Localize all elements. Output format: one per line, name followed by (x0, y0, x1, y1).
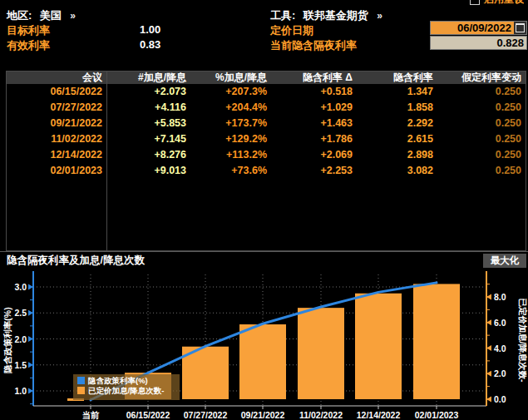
maximize-button[interactable]: 最大化 (483, 254, 526, 268)
table-header-row: 会议#加息/降息%加息/降息隐含利率 Δ隐含利率假定利率变动 (7, 72, 526, 84)
target-rate-value: 1.00 (140, 23, 160, 36)
value-cell: +2.073 (106, 84, 190, 100)
pricing-date-input[interactable]: 06/09/2022 (430, 21, 527, 35)
x-tick-label: 12/14/2022 (357, 410, 401, 420)
value-cell: +9.013 (106, 163, 190, 179)
value-cell: 2.292 (357, 116, 437, 131)
x-tick-label: 02/01/2023 (415, 410, 459, 420)
table-row: 11/02/2022+7.145+129.2%+1.7862.6150.250 (7, 131, 526, 147)
table-row: 09/21/2022+5.853+173.7%+1.4632.2920.250 (7, 116, 526, 131)
table-row: 07/27/2022+4.116+204.4%+1.0291.8580.250 (7, 100, 526, 116)
meeting-date-cell[interactable]: 06/15/2022 (7, 84, 106, 100)
region-label: 地区: (7, 9, 32, 22)
value-cell: 1.347 (357, 84, 437, 100)
wirp-screen: { "colors": { "accent_orange": "#ff9f2a"… (0, 0, 528, 420)
implied-on-label: 当前隐含隔夜利率 (270, 38, 357, 53)
right-tick-label: 6.0 (494, 318, 506, 328)
effective-rate-value: 0.83 (140, 38, 160, 51)
meeting-date-cell[interactable]: 02/01/2023 (7, 163, 106, 179)
meeting-date-cell[interactable]: 12/14/2022 (7, 147, 106, 163)
left-tick-label: 3.0 (14, 282, 27, 292)
reset-control-clipped[interactable]: 启用重设 (470, 0, 524, 7)
assumed-move-cell[interactable]: 0.250 (437, 116, 526, 131)
assumed-move-cell[interactable]: 0.250 (437, 84, 526, 100)
value-cell: +204.4% (190, 100, 271, 116)
value-cell: +173.7% (190, 116, 271, 131)
chart-title: 隐含隔夜利率及加息/降息次数 (7, 254, 145, 268)
hike-count-bar (355, 294, 402, 399)
section-divider (0, 251, 528, 252)
x-tick-label: 09/21/2022 (241, 410, 285, 420)
value-cell: +2.253 (271, 163, 357, 179)
value-cell: +7.145 (106, 131, 190, 147)
table-header-1: #加息/降息 (106, 72, 190, 84)
calendar-icon[interactable] (514, 22, 526, 34)
value-cell: +0.518 (271, 84, 357, 100)
implied-on-value: 0.828 (430, 36, 527, 50)
value-cell: +4.116 (106, 100, 190, 116)
table-header-5: 假定利率变动 (437, 72, 526, 84)
assumed-move-cell[interactable]: 0.250 (437, 100, 526, 116)
reset-label: 启用重设 (484, 0, 524, 7)
table-row: 12/14/2022+8.276+113.2%+2.0692.8980.250 (7, 147, 526, 163)
table-column-divider (106, 71, 107, 251)
region-row: 地区: 美国 » (7, 7, 76, 23)
tool-row: 工具: 联邦基金期货 » (270, 7, 382, 23)
value-cell: +1.029 (271, 100, 357, 116)
x-tick-label: 07/27/2022 (184, 410, 228, 420)
table-row: 02/01/2023+9.013+73.6%+2.2533.0820.250 (7, 163, 526, 179)
region-value[interactable]: 美国 (40, 9, 62, 22)
table-header-3: 隐含利率 Δ (271, 72, 357, 84)
value-cell: +129.2% (190, 131, 271, 147)
legend-label-bar: 已定价加息/降息次数- (88, 386, 164, 395)
rates-chart: 1.01.52.02.53.00.02.04.06.08.0当前06/15/20… (0, 268, 528, 420)
pricing-date-label: 定价日期 (270, 23, 313, 38)
target-rate-label: 目标利率 (7, 23, 50, 38)
assumed-move-cell[interactable]: 0.250 (437, 147, 526, 163)
x-tick-label: 06/15/2022 (126, 410, 170, 420)
tool-value[interactable]: 联邦基金期货 (303, 9, 368, 22)
tool-expand-icon[interactable]: » (377, 10, 382, 22)
value-cell: 3.082 (357, 163, 437, 179)
meetings-table: 会议#加息/降息%加息/降息隐含利率 Δ隐含利率假定利率变动 06/15/202… (6, 71, 526, 251)
hike-count-bar (239, 324, 286, 399)
hike-count-bar (413, 284, 460, 399)
table-header-0: 会议 (7, 72, 106, 84)
left-tick-label: 1.0 (14, 386, 27, 396)
meeting-date-cell[interactable]: 11/02/2022 (7, 131, 106, 147)
meeting-date-cell[interactable]: 09/21/2022 (7, 116, 106, 131)
x-tick-label: 当前 (82, 410, 101, 420)
value-cell: +73.6% (190, 163, 271, 179)
reset-checkbox[interactable] (470, 0, 480, 5)
right-axis-title: 已定价加息/降息次数- (517, 299, 528, 383)
pricing-date-value[interactable]: 06/09/2022 (431, 22, 514, 34)
tool-label: 工具: (270, 9, 295, 22)
region-expand-icon[interactable]: » (70, 10, 76, 22)
legend-label-line: 隐含政策利率(%) (88, 376, 148, 385)
value-cell: +1.786 (271, 131, 357, 147)
legend-swatch-line (77, 377, 85, 384)
table-row: 06/15/2022+2.073+207.3%+0.5181.3470.250 (7, 84, 526, 100)
left-axis-title: 隐含政策利率(%) (2, 307, 12, 373)
value-cell: 2.615 (357, 131, 437, 147)
meeting-date-cell[interactable]: 07/27/2022 (7, 100, 106, 116)
effective-rate-label: 有效利率 (7, 38, 50, 53)
table-header-4: 隐含利率 (357, 72, 437, 84)
hike-count-bar (298, 308, 344, 399)
value-cell: +5.853 (106, 116, 190, 131)
left-tick-label: 2.0 (14, 334, 27, 344)
value-cell: +207.3% (190, 84, 271, 100)
left-tick-label: 2.5 (14, 308, 27, 318)
left-tick-label: 1.5 (14, 360, 27, 370)
value-cell: 1.858 (357, 100, 437, 116)
right-tick-label: 2.0 (494, 368, 506, 378)
value-cell: +113.2% (190, 147, 271, 163)
legend-swatch-bar (77, 387, 85, 394)
table-header-2: %加息/降息 (190, 72, 271, 84)
value-cell: 2.898 (357, 147, 437, 163)
right-tick-label: 8.0 (494, 292, 506, 302)
value-cell: +8.276 (106, 147, 190, 163)
assumed-move-cell[interactable]: 0.250 (437, 163, 526, 179)
value-cell: +1.463 (271, 116, 357, 131)
assumed-move-cell[interactable]: 0.250 (437, 131, 526, 147)
